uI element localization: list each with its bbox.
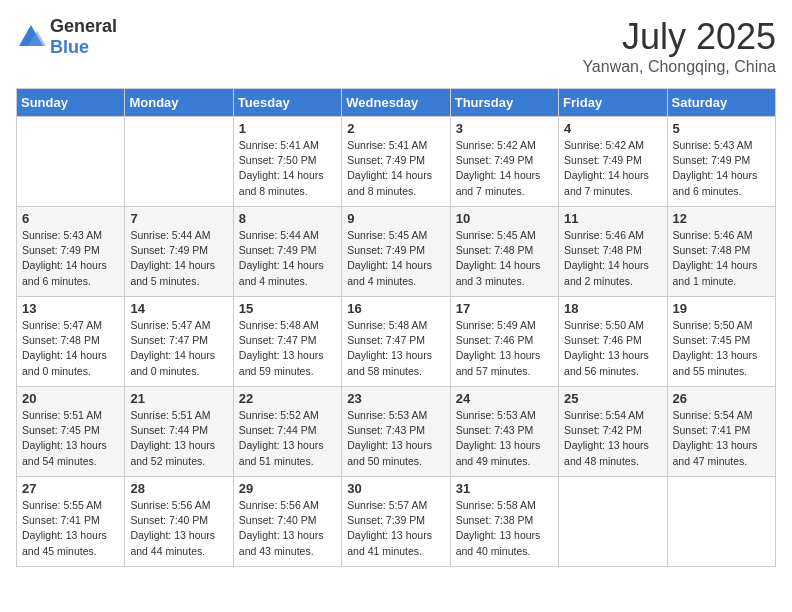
day-info: Sunrise: 5:55 AM Sunset: 7:41 PM Dayligh…: [22, 498, 119, 559]
day-number: 2: [347, 121, 444, 136]
calendar-week-row: 1Sunrise: 5:41 AM Sunset: 7:50 PM Daylig…: [17, 117, 776, 207]
calendar-cell: 26Sunrise: 5:54 AM Sunset: 7:41 PM Dayli…: [667, 387, 775, 477]
day-info: Sunrise: 5:41 AM Sunset: 7:50 PM Dayligh…: [239, 138, 336, 199]
calendar-table: SundayMondayTuesdayWednesdayThursdayFrid…: [16, 88, 776, 567]
logo-general: General: [50, 16, 117, 36]
weekday-header: Thursday: [450, 89, 558, 117]
calendar-cell: 17Sunrise: 5:49 AM Sunset: 7:46 PM Dayli…: [450, 297, 558, 387]
day-info: Sunrise: 5:44 AM Sunset: 7:49 PM Dayligh…: [239, 228, 336, 289]
day-info: Sunrise: 5:48 AM Sunset: 7:47 PM Dayligh…: [239, 318, 336, 379]
day-number: 22: [239, 391, 336, 406]
day-number: 11: [564, 211, 661, 226]
weekday-header: Tuesday: [233, 89, 341, 117]
calendar-cell: 25Sunrise: 5:54 AM Sunset: 7:42 PM Dayli…: [559, 387, 667, 477]
logo-icon: [16, 22, 46, 52]
day-info: Sunrise: 5:50 AM Sunset: 7:46 PM Dayligh…: [564, 318, 661, 379]
calendar-cell: 27Sunrise: 5:55 AM Sunset: 7:41 PM Dayli…: [17, 477, 125, 567]
day-info: Sunrise: 5:47 AM Sunset: 7:47 PM Dayligh…: [130, 318, 227, 379]
day-info: Sunrise: 5:54 AM Sunset: 7:41 PM Dayligh…: [673, 408, 770, 469]
day-number: 29: [239, 481, 336, 496]
calendar-cell: 7Sunrise: 5:44 AM Sunset: 7:49 PM Daylig…: [125, 207, 233, 297]
day-number: 9: [347, 211, 444, 226]
day-number: 1: [239, 121, 336, 136]
day-number: 5: [673, 121, 770, 136]
calendar-cell: [559, 477, 667, 567]
day-number: 6: [22, 211, 119, 226]
calendar-cell: 15Sunrise: 5:48 AM Sunset: 7:47 PM Dayli…: [233, 297, 341, 387]
calendar-cell: 3Sunrise: 5:42 AM Sunset: 7:49 PM Daylig…: [450, 117, 558, 207]
day-info: Sunrise: 5:46 AM Sunset: 7:48 PM Dayligh…: [673, 228, 770, 289]
calendar-cell: 23Sunrise: 5:53 AM Sunset: 7:43 PM Dayli…: [342, 387, 450, 477]
day-info: Sunrise: 5:51 AM Sunset: 7:45 PM Dayligh…: [22, 408, 119, 469]
day-info: Sunrise: 5:56 AM Sunset: 7:40 PM Dayligh…: [130, 498, 227, 559]
calendar-cell: 24Sunrise: 5:53 AM Sunset: 7:43 PM Dayli…: [450, 387, 558, 477]
calendar-cell: 28Sunrise: 5:56 AM Sunset: 7:40 PM Dayli…: [125, 477, 233, 567]
calendar-cell: 12Sunrise: 5:46 AM Sunset: 7:48 PM Dayli…: [667, 207, 775, 297]
day-info: Sunrise: 5:53 AM Sunset: 7:43 PM Dayligh…: [456, 408, 553, 469]
calendar-cell: 2Sunrise: 5:41 AM Sunset: 7:49 PM Daylig…: [342, 117, 450, 207]
day-info: Sunrise: 5:56 AM Sunset: 7:40 PM Dayligh…: [239, 498, 336, 559]
day-info: Sunrise: 5:44 AM Sunset: 7:49 PM Dayligh…: [130, 228, 227, 289]
day-info: Sunrise: 5:54 AM Sunset: 7:42 PM Dayligh…: [564, 408, 661, 469]
calendar-cell: 4Sunrise: 5:42 AM Sunset: 7:49 PM Daylig…: [559, 117, 667, 207]
calendar-cell: 10Sunrise: 5:45 AM Sunset: 7:48 PM Dayli…: [450, 207, 558, 297]
calendar-cell: 31Sunrise: 5:58 AM Sunset: 7:38 PM Dayli…: [450, 477, 558, 567]
day-number: 19: [673, 301, 770, 316]
day-info: Sunrise: 5:57 AM Sunset: 7:39 PM Dayligh…: [347, 498, 444, 559]
weekday-header: Monday: [125, 89, 233, 117]
day-info: Sunrise: 5:43 AM Sunset: 7:49 PM Dayligh…: [22, 228, 119, 289]
day-number: 20: [22, 391, 119, 406]
day-info: Sunrise: 5:46 AM Sunset: 7:48 PM Dayligh…: [564, 228, 661, 289]
day-info: Sunrise: 5:53 AM Sunset: 7:43 PM Dayligh…: [347, 408, 444, 469]
weekday-header: Friday: [559, 89, 667, 117]
day-number: 3: [456, 121, 553, 136]
day-number: 24: [456, 391, 553, 406]
day-number: 17: [456, 301, 553, 316]
calendar-week-row: 20Sunrise: 5:51 AM Sunset: 7:45 PM Dayli…: [17, 387, 776, 477]
day-info: Sunrise: 5:42 AM Sunset: 7:49 PM Dayligh…: [456, 138, 553, 199]
weekday-header: Wednesday: [342, 89, 450, 117]
day-number: 28: [130, 481, 227, 496]
day-info: Sunrise: 5:51 AM Sunset: 7:44 PM Dayligh…: [130, 408, 227, 469]
day-number: 18: [564, 301, 661, 316]
day-number: 30: [347, 481, 444, 496]
day-number: 27: [22, 481, 119, 496]
calendar-week-row: 27Sunrise: 5:55 AM Sunset: 7:41 PM Dayli…: [17, 477, 776, 567]
calendar-cell: 19Sunrise: 5:50 AM Sunset: 7:45 PM Dayli…: [667, 297, 775, 387]
day-info: Sunrise: 5:43 AM Sunset: 7:49 PM Dayligh…: [673, 138, 770, 199]
day-info: Sunrise: 5:48 AM Sunset: 7:47 PM Dayligh…: [347, 318, 444, 379]
day-info: Sunrise: 5:58 AM Sunset: 7:38 PM Dayligh…: [456, 498, 553, 559]
calendar-week-row: 6Sunrise: 5:43 AM Sunset: 7:49 PM Daylig…: [17, 207, 776, 297]
page-header: General Blue July 2025 Yanwan, Chongqing…: [16, 16, 776, 76]
month-title: July 2025: [582, 16, 776, 58]
calendar-cell: 11Sunrise: 5:46 AM Sunset: 7:48 PM Dayli…: [559, 207, 667, 297]
day-number: 21: [130, 391, 227, 406]
day-number: 7: [130, 211, 227, 226]
day-info: Sunrise: 5:52 AM Sunset: 7:44 PM Dayligh…: [239, 408, 336, 469]
calendar-cell: [667, 477, 775, 567]
day-number: 10: [456, 211, 553, 226]
day-info: Sunrise: 5:47 AM Sunset: 7:48 PM Dayligh…: [22, 318, 119, 379]
calendar-cell: 13Sunrise: 5:47 AM Sunset: 7:48 PM Dayli…: [17, 297, 125, 387]
calendar-cell: 30Sunrise: 5:57 AM Sunset: 7:39 PM Dayli…: [342, 477, 450, 567]
calendar-cell: 14Sunrise: 5:47 AM Sunset: 7:47 PM Dayli…: [125, 297, 233, 387]
day-info: Sunrise: 5:50 AM Sunset: 7:45 PM Dayligh…: [673, 318, 770, 379]
day-number: 26: [673, 391, 770, 406]
day-number: 15: [239, 301, 336, 316]
day-number: 4: [564, 121, 661, 136]
title-block: July 2025 Yanwan, Chongqing, China: [582, 16, 776, 76]
day-number: 31: [456, 481, 553, 496]
calendar-cell: [17, 117, 125, 207]
day-number: 12: [673, 211, 770, 226]
logo: General Blue: [16, 16, 117, 58]
day-info: Sunrise: 5:41 AM Sunset: 7:49 PM Dayligh…: [347, 138, 444, 199]
day-number: 16: [347, 301, 444, 316]
day-number: 13: [22, 301, 119, 316]
day-number: 14: [130, 301, 227, 316]
logo-blue: Blue: [50, 37, 89, 57]
day-info: Sunrise: 5:49 AM Sunset: 7:46 PM Dayligh…: [456, 318, 553, 379]
day-number: 25: [564, 391, 661, 406]
calendar-cell: 6Sunrise: 5:43 AM Sunset: 7:49 PM Daylig…: [17, 207, 125, 297]
day-number: 8: [239, 211, 336, 226]
calendar-cell: 20Sunrise: 5:51 AM Sunset: 7:45 PM Dayli…: [17, 387, 125, 477]
